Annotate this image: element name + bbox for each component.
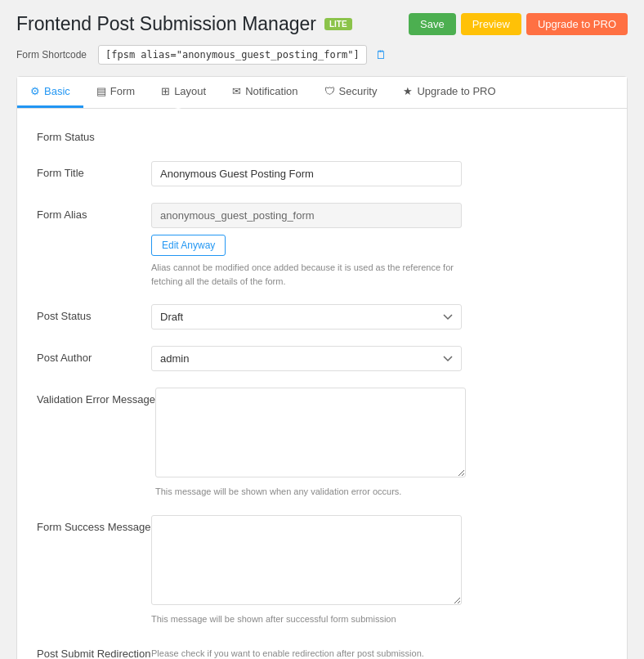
form-status-label: Form Status	[37, 125, 151, 145]
tab-upgrade[interactable]: ★ Upgrade to PRO	[390, 77, 508, 108]
notification-icon: ✉	[232, 85, 241, 97]
tab-upgrade-label: Upgrade to PRO	[417, 85, 495, 97]
form-success-label: Form Success Message	[37, 515, 151, 535]
validation-error-field: This message will be shown when any vali…	[155, 388, 607, 499]
tabs-header: ⚙ Basic ▤ Form ⊞ Layout ✉ Notification 🛡…	[17, 77, 627, 109]
post-author-field: admin	[151, 346, 607, 371]
form-success-hint: This message will be shown after success…	[151, 612, 462, 626]
copy-icon[interactable]: 🗒	[375, 48, 387, 61]
layout-icon: ⊞	[161, 85, 170, 97]
post-status-select[interactable]: Draft Publish Pending	[151, 304, 462, 330]
shortcode-row: Form Shortcode [fpsm alias="anonymous_gu…	[16, 45, 628, 65]
upgrade-icon: ★	[403, 85, 413, 97]
lite-badge: Lite	[324, 18, 352, 30]
security-icon: 🛡	[324, 85, 335, 97]
post-submit-redirection-hint: Please check if you want to enable redir…	[151, 647, 462, 659]
form-title-row: Form Title	[37, 161, 607, 186]
header-buttons: Save Preview Upgrade to PRO	[409, 13, 628, 35]
page-title: Frontend Post Submission Manager	[16, 13, 316, 35]
tab-basic[interactable]: ⚙ Basic	[17, 77, 83, 108]
form-title-field	[151, 161, 607, 186]
post-author-select[interactable]: admin	[151, 346, 462, 371]
form-status-row: Form Status	[37, 125, 607, 145]
post-author-label: Post Author	[37, 346, 151, 365]
tab-content-basic: Form Status Form Title Form Alias	[17, 109, 627, 659]
validation-error-row: Validation Error Message This message wi…	[37, 388, 607, 499]
tab-notification[interactable]: ✉ Notification	[219, 77, 311, 108]
tab-form[interactable]: ▤ Form	[83, 77, 148, 108]
tab-notification-label: Notification	[245, 85, 297, 97]
form-alias-label: Form Alias	[37, 203, 151, 222]
post-status-label: Post Status	[37, 304, 151, 324]
tab-security-label: Security	[339, 85, 378, 97]
shortcode-value: [fpsm alias="anonymous_guest_posting_for…	[98, 45, 367, 65]
tab-form-label: Form	[110, 85, 135, 97]
post-submit-redirection-label: Post Submit Redirection	[37, 642, 151, 659]
form-success-row: Form Success Message This message will b…	[37, 515, 607, 626]
post-status-row: Post Status Draft Publish Pending	[37, 304, 607, 330]
title-area: Frontend Post Submission Manager Lite	[16, 13, 352, 35]
form-title-input[interactable]	[151, 161, 462, 186]
save-button[interactable]: Save	[409, 13, 456, 35]
validation-error-label: Validation Error Message	[37, 388, 155, 407]
edit-anyway-button[interactable]: Edit Anyway	[151, 235, 226, 256]
tab-layout-label: Layout	[174, 85, 206, 97]
form-alias-field: Edit Anyway Alias cannot be modified onc…	[151, 203, 607, 288]
form-alias-row: Form Alias Edit Anyway Alias cannot be m…	[37, 203, 607, 288]
tab-basic-label: Basic	[44, 85, 70, 97]
tabs-container: ⚙ Basic ▤ Form ⊞ Layout ✉ Notification 🛡…	[16, 76, 628, 659]
post-submit-redirection-row: Post Submit Redirection Please check if …	[37, 642, 607, 659]
validation-error-textarea[interactable]	[155, 388, 466, 477]
basic-icon: ⚙	[30, 85, 40, 97]
shortcode-label: Form Shortcode	[16, 49, 90, 61]
form-success-field: This message will be shown after success…	[151, 515, 607, 626]
post-status-field: Draft Publish Pending	[151, 304, 607, 330]
preview-button[interactable]: Preview	[461, 13, 521, 35]
form-success-textarea[interactable]	[151, 515, 462, 605]
validation-error-hint: This message will be shown when any vali…	[155, 485, 466, 499]
form-icon: ▤	[96, 85, 106, 97]
post-submit-redirection-field: Please check if you want to enable redir…	[151, 642, 607, 659]
tab-layout[interactable]: ⊞ Layout	[148, 77, 219, 108]
form-alias-input	[151, 203, 462, 228]
tab-security[interactable]: 🛡 Security	[311, 77, 391, 108]
form-alias-hint: Alias cannot be modified once added beca…	[151, 261, 462, 288]
form-title-label: Form Title	[37, 161, 151, 181]
post-author-row: Post Author admin	[37, 346, 607, 371]
page-header: Frontend Post Submission Manager Lite Sa…	[16, 13, 628, 35]
upgrade-button[interactable]: Upgrade to PRO	[526, 13, 628, 35]
